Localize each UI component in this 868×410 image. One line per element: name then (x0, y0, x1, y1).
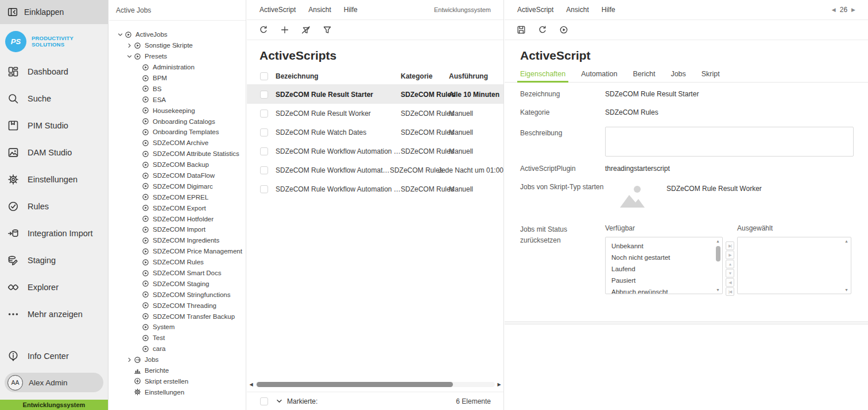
chevron-down-icon[interactable] (276, 397, 283, 405)
scrollbar-thumb[interactable] (257, 382, 453, 387)
save-button[interactable] (514, 23, 528, 37)
move-down-button[interactable]: ▼ (726, 269, 734, 278)
move-all-right-button[interactable]: ▶| (726, 241, 734, 250)
tree-node[interactable]: Test (109, 333, 246, 343)
scroll-up-arrow[interactable]: ▲ (716, 238, 720, 244)
scrollbar-track[interactable] (255, 382, 495, 387)
sidebar-nav-item[interactable]: Staging (0, 247, 108, 274)
tree-node[interactable]: Administration (109, 62, 246, 73)
tree-node[interactable]: SDZeCOM Backup (109, 159, 246, 170)
previous-record-arrow[interactable]: ◀ (832, 7, 836, 13)
row-checkbox[interactable] (260, 185, 268, 193)
tree-node[interactable]: SDZeCOM Export (109, 202, 246, 213)
table-row[interactable]: SDZeCOM Rule Result Starter SDZeCOM Rule… (247, 85, 503, 104)
column-header-name[interactable]: Bezeichnung (276, 72, 401, 80)
tree-node[interactable]: Onboarding Catalogs (109, 116, 246, 127)
description-textarea[interactable] (605, 127, 854, 157)
sidebar-nav-item[interactable]: DAM Studio (0, 139, 108, 166)
collapse-sidebar-button[interactable]: Einklappen (0, 0, 108, 24)
detail-tab[interactable]: Bericht (633, 70, 655, 82)
scroll-left-arrow[interactable]: ◀ (249, 381, 254, 388)
move-all-left-button[interactable]: |◀ (726, 287, 734, 296)
move-up-button[interactable]: ▲ (726, 260, 734, 268)
tree-node[interactable]: Sonstige Skripte (109, 40, 246, 51)
expander-icon[interactable] (116, 32, 125, 38)
column-header-execution[interactable]: Ausführung (449, 72, 503, 80)
menu-activescript[interactable]: ActiveScript (259, 6, 296, 14)
tree-node[interactable]: SDZeCOM Archive (109, 138, 246, 149)
tree-node[interactable]: Berichte (109, 365, 246, 376)
tree-node[interactable]: ESA (109, 94, 246, 105)
selected-listbox[interactable]: ▲ ▼ (737, 237, 851, 294)
sidebar-nav-item[interactable]: Explorer (0, 274, 108, 300)
sidebar-nav-item[interactable]: Integration Import (0, 220, 108, 247)
menu-ansicht[interactable]: Ansicht (308, 6, 331, 14)
available-listbox[interactable]: Unbekannt Noch nicht gestartet Laufend P… (605, 237, 723, 294)
sidebar-nav-item[interactable]: Einstellungen (0, 166, 108, 193)
refresh-button[interactable] (536, 23, 549, 37)
tree-node[interactable]: cara (109, 343, 246, 354)
sidebar-nav-item[interactable]: Mehr anzeigen (0, 300, 108, 327)
listbox-option[interactable]: Noch nicht gestartet (611, 252, 713, 263)
refresh-button[interactable] (257, 23, 270, 37)
sidebar-item-info-center[interactable]: Info Center (0, 342, 108, 369)
row-checkbox[interactable] (260, 147, 268, 155)
footer-checkbox[interactable] (260, 397, 268, 405)
listbox-option[interactable]: Abbruch erwünscht (611, 286, 713, 294)
tree-node[interactable]: SDZeCOM Price Management (109, 246, 246, 257)
scrollbar-thumb[interactable] (716, 246, 720, 261)
table-row[interactable]: SDZeCOM Rule Workflow Automation Worker … (247, 179, 503, 198)
listbox-option[interactable]: Laufend (611, 263, 713, 275)
tree-node[interactable]: Jobs (109, 354, 246, 365)
table-row[interactable]: SDZeCOM Rule Watch Dates SDZeCOM Rules M… (247, 123, 503, 142)
row-checkbox[interactable] (260, 110, 268, 118)
listbox-option[interactable]: Unbekannt (611, 240, 713, 252)
menu-hilfe[interactable]: Hilfe (602, 6, 615, 14)
sidebar-nav-item[interactable]: Rules (0, 193, 108, 220)
menu-ansicht[interactable]: Ansicht (566, 6, 588, 14)
tree-node[interactable]: BS (109, 83, 246, 94)
column-header-category[interactable]: Kategorie (401, 72, 449, 80)
expander-icon[interactable] (125, 42, 134, 49)
table-row[interactable]: SDZeCOM Rule Result Worker SDZeCOM Rules… (247, 104, 503, 123)
row-checkbox[interactable] (260, 166, 268, 174)
detail-tab[interactable]: Jobs (671, 70, 685, 82)
sidebar-nav-item[interactable]: Dashboard (0, 58, 108, 85)
tree-node[interactable]: SDZeCOM Ingredients (109, 235, 246, 246)
run-button[interactable] (557, 23, 571, 37)
expander-icon[interactable] (125, 368, 134, 374)
tree-node[interactable]: Presets (109, 51, 246, 62)
tree-node[interactable]: SDZeCOM Attribute Statistics (109, 149, 246, 159)
tree-node[interactable]: SDZeCOM DataFlow (109, 170, 246, 181)
expander-icon[interactable] (125, 357, 134, 363)
move-left-button[interactable]: ◀ (726, 278, 734, 287)
scroll-down-arrow[interactable]: ▼ (716, 287, 720, 293)
next-record-arrow[interactable]: ▶ (851, 7, 855, 13)
tree-node[interactable]: Einstellungen (109, 386, 246, 397)
tree-node[interactable]: Onboarding Templates (109, 127, 246, 138)
user-menu[interactable]: AA Alex Admin (5, 373, 103, 392)
expander-icon[interactable] (125, 389, 134, 395)
detail-tab[interactable]: Eigenschaften (520, 70, 565, 82)
detail-tab[interactable]: Skript (702, 70, 720, 82)
tree-node[interactable]: ActiveJobs (109, 29, 246, 40)
scroll-down-arrow[interactable]: ▼ (844, 287, 848, 293)
select-all-checkbox[interactable] (260, 72, 268, 80)
tree-node[interactable]: SDZeCOM Staging (109, 278, 246, 289)
tree-node[interactable]: SDZeCOM Smart Docs (109, 268, 246, 279)
row-checkbox[interactable] (260, 128, 268, 136)
filter-button[interactable] (320, 23, 334, 37)
tree-node[interactable]: SDZeCOM Digimarc (109, 181, 246, 192)
clear-filter-button[interactable] (299, 23, 313, 37)
expander-icon[interactable] (125, 53, 134, 60)
sidebar-nav-item[interactable]: Suche (0, 85, 108, 112)
table-row[interactable]: SDZeCOM Rule Workflow Automation Starter… (247, 161, 503, 179)
script-thumbnail-placeholder-icon[interactable] (618, 183, 648, 210)
tree-node[interactable]: Skript erstellen (109, 376, 246, 387)
tree-node[interactable]: SDZeCOM Hotfolder (109, 213, 246, 224)
tree-node[interactable]: System (109, 322, 246, 333)
sidebar-nav-item[interactable]: PIM Studio (0, 112, 108, 139)
tree-node[interactable]: SDZeCOM Transfer Backup (109, 311, 246, 322)
table-row[interactable]: SDZeCOM Rule Workflow Automation by d...… (247, 142, 503, 161)
detail-tab[interactable]: Automation (581, 70, 617, 82)
